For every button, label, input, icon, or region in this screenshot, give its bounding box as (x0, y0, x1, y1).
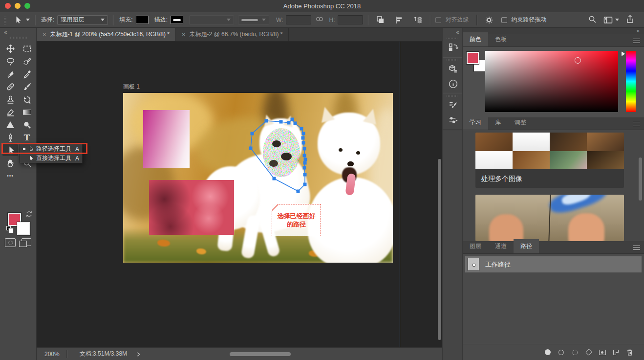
history-panel-icon[interactable] (443, 40, 463, 55)
path-anchor-point[interactable] (279, 120, 283, 124)
path-anchor-point[interactable] (249, 147, 253, 150)
artboard[interactable]: 选择已经画好 的路径 (123, 93, 393, 263)
lasso-tool[interactable] (2, 55, 18, 67)
info-panel-icon[interactable] (443, 76, 463, 91)
flyout-item-direct-selection[interactable]: 直接选择工具 A (20, 154, 82, 163)
close-tab-icon[interactable]: × (182, 31, 186, 38)
move-tool[interactable] (2, 43, 18, 54)
path-operations-button[interactable] (373, 14, 388, 26)
path-anchor-point[interactable] (265, 119, 268, 123)
sharpen-tool[interactable] (2, 119, 18, 131)
add-mask-icon[interactable] (599, 349, 606, 356)
quick-mask-button[interactable] (5, 238, 16, 247)
search-icon[interactable] (588, 15, 597, 25)
tutorial-card-2[interactable] (475, 195, 624, 241)
background-color-swatch[interactable] (17, 222, 30, 235)
stroke-path-icon[interactable] (558, 349, 565, 356)
artboard-label[interactable]: 画板 1 (123, 83, 140, 91)
path-anchor-point[interactable] (294, 122, 297, 125)
panel-menu-icon[interactable] (633, 121, 640, 126)
history-brush-tool[interactable] (19, 93, 35, 105)
rectangular-marquee-tool[interactable] (19, 43, 35, 54)
hand-tool[interactable] (2, 157, 18, 169)
path-anchor-point[interactable] (302, 132, 305, 135)
make-work-path-icon[interactable] (585, 349, 592, 356)
clone-stamp-tool[interactable] (2, 93, 18, 105)
default-colors-icon[interactable] (6, 226, 11, 230)
path-anchor-point[interactable] (297, 190, 300, 193)
tab-libraries[interactable]: 库 (488, 115, 508, 130)
new-path-icon[interactable] (612, 349, 620, 356)
canvas-area[interactable]: 画板 1 (37, 42, 442, 347)
eyedropper-tool[interactable] (19, 68, 35, 80)
collapse-tools-icon[interactable]: « (4, 29, 7, 36)
path-anchor-point[interactable] (251, 132, 254, 135)
tab-learn[interactable]: 学习 (463, 115, 488, 130)
shape-height-input[interactable] (338, 15, 363, 24)
brushes-panel-icon[interactable] (443, 112, 463, 127)
path-selection-tool[interactable] (2, 144, 18, 156)
dodge-tool[interactable] (19, 119, 35, 131)
vertical-scrollbar[interactable] (438, 159, 441, 340)
color-picker-ring[interactable] (575, 57, 581, 64)
workspace-switcher-icon[interactable] (603, 16, 619, 24)
panel-menu-icon[interactable] (633, 245, 640, 250)
constrain-path-drag-checkbox[interactable] (501, 17, 507, 23)
screen-mode-button[interactable] (21, 238, 31, 246)
document-tab-1[interactable]: × 未标题-1 @ 200% (5a547250e3c16, RGB/8) * (37, 28, 176, 41)
saturation-field[interactable] (485, 51, 618, 112)
share-icon[interactable] (626, 15, 634, 25)
horizontal-scrollbar[interactable] (230, 352, 291, 356)
tab-layers[interactable]: 图层 (463, 239, 488, 253)
work-path-overlay[interactable] (123, 93, 393, 263)
tab-adjustments[interactable]: 调整 (508, 115, 533, 130)
path-anchor-point[interactable] (287, 121, 291, 125)
path-anchor-point[interactable] (304, 158, 307, 161)
path-anchor-point[interactable] (273, 177, 276, 180)
delete-path-icon[interactable] (626, 349, 633, 356)
zoom-level-field[interactable]: 200% (37, 351, 66, 358)
path-thumbnail[interactable] (468, 258, 479, 271)
stroke-swatch[interactable] (171, 16, 183, 24)
flyout-item-path-selection[interactable]: 路径选择工具 A (20, 144, 82, 154)
tab-color[interactable]: 颜色 (463, 32, 488, 46)
panel-menu-icon[interactable] (633, 38, 640, 43)
quick-selection-tool[interactable] (19, 55, 35, 67)
path-anchor-point[interactable] (303, 166, 306, 170)
link-dimensions-icon[interactable] (315, 16, 324, 24)
3d-panel-icon[interactable] (443, 62, 463, 76)
close-tab-icon[interactable]: × (43, 31, 46, 38)
path-anchor-point[interactable] (301, 136, 305, 140)
healing-brush-tool[interactable] (2, 81, 18, 92)
fill-path-icon[interactable] (544, 349, 551, 356)
path-anchor-point[interactable] (291, 118, 294, 121)
work-path-row[interactable]: 工作路径 (465, 256, 642, 272)
select-mode-dropdown[interactable]: 现用图层 (57, 15, 108, 25)
path-anchor-point[interactable] (300, 127, 303, 131)
work-path-line[interactable] (251, 119, 305, 191)
fill-swatch[interactable] (136, 16, 149, 24)
path-anchor-point[interactable] (303, 147, 306, 151)
hue-slider-marker[interactable] (622, 51, 625, 56)
panel-foreground-swatch[interactable] (467, 52, 479, 64)
brush-tool[interactable] (19, 81, 35, 92)
status-options-chevron[interactable]: > (135, 349, 140, 359)
hue-ramp[interactable] (626, 51, 636, 112)
path-arrangement-button[interactable] (410, 14, 425, 26)
current-tool-preview[interactable] (10, 14, 25, 26)
gear-icon[interactable] (482, 14, 496, 26)
tutorial-card-1[interactable]: 处理多个图像 (475, 133, 624, 188)
shape-width-input[interactable] (286, 15, 311, 24)
slice-tool[interactable] (2, 68, 18, 80)
tool-preset-chevron-icon[interactable] (26, 19, 30, 21)
path-alignment-button[interactable] (392, 14, 407, 26)
swap-colors-icon[interactable] (25, 210, 33, 219)
type-tool[interactable]: T (19, 132, 35, 143)
tab-swatches[interactable]: 色板 (488, 32, 514, 46)
path-anchor-point[interactable] (303, 161, 307, 165)
guide-line[interactable] (400, 42, 400, 347)
eraser-tool[interactable] (2, 106, 18, 118)
expand-panels-icon[interactable]: « (456, 29, 459, 36)
tab-channels[interactable]: 通道 (488, 239, 514, 253)
edit-toolbar-button[interactable]: ••• (2, 170, 18, 181)
